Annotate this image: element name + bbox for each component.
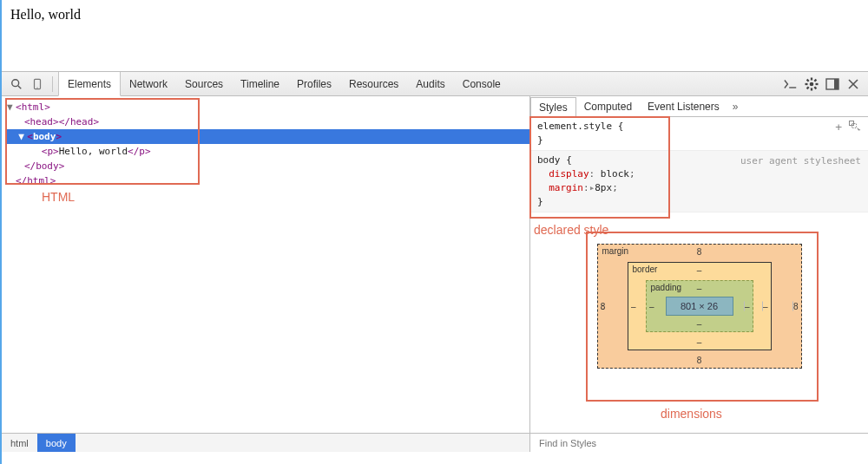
user-agent-stylesheet-label: user agent stylesheet [740,154,861,168]
panels: ▼<html> <head></head> ▼<body> <p>Hello, … [2,96,868,433]
dom-row-html-open[interactable]: ▼<html> [7,100,529,114]
box-model-content[interactable]: 801 × 26 [666,297,733,316]
close-icon[interactable] [844,75,863,94]
devtools-toolbar: Elements Network Sources Timeline Profil… [2,72,868,96]
padding-top[interactable]: – [697,284,702,293]
svg-line-13 [807,87,809,88]
margin-bottom[interactable]: 8 [697,356,702,365]
rule-element-style[interactable]: + element.style { } [530,117,868,151]
border-top[interactable]: – [697,265,702,275]
dom-row-body-open[interactable]: ▼<body> [7,129,529,144]
tab-audits[interactable]: Audits [407,72,453,95]
box-model-margin[interactable]: margin 8 8 8 8 border – – – – [597,244,802,369]
css-property[interactable]: display [549,168,589,180]
page-text: Hello, world [10,7,81,22]
content-dimensions: 801 × 26 [681,301,718,311]
disclosure-triangle-icon[interactable]: ▼ [7,100,16,114]
sidebar-tab-computed[interactable]: Computed [576,96,640,116]
box-model-border[interactable]: border – – – – padding – – – [628,262,772,350]
padding-label: padding [651,283,682,292]
dom-row-head[interactable]: <head></head> [7,114,529,129]
svg-point-5 [810,82,814,86]
tab-elements[interactable]: Elements [58,72,121,96]
svg-line-11 [814,87,816,88]
svg-rect-15 [834,79,838,89]
tab-profiles[interactable]: Profiles [288,72,340,95]
console-drawer-icon[interactable] [781,75,800,94]
border-label: border [633,265,658,274]
new-rule-plus-icon[interactable]: + [835,121,842,134]
sidebar-tabs-overflow-icon[interactable]: » [727,101,744,113]
dom-row-body-close[interactable]: </body> [7,159,529,173]
search-icon[interactable] [7,75,26,94]
padding-bottom[interactable]: – [697,319,702,329]
css-value[interactable]: 8px [595,182,612,193]
crumb-body[interactable]: body [37,434,76,452]
styles-pane: + element.style { } user agent styleshee… [530,117,868,212]
window: Hello, world Elements Network Sources Ti… [0,0,868,464]
css-value[interactable]: block [601,168,629,180]
tab-timeline[interactable]: Timeline [232,72,288,95]
main-tabs: Elements Network Sources Timeline Profil… [58,72,510,95]
toolbar-separator [52,76,53,92]
annotation-label-html: HTML [42,190,75,204]
settings-gear-icon[interactable] [802,75,821,94]
box-model[interactable]: margin 8 8 8 8 border – – – – [597,244,802,369]
sidebar-tab-eventlisteners[interactable]: Event Listeners [640,96,727,116]
border-bottom[interactable]: – [697,337,702,347]
toggle-states-icon[interactable] [849,121,861,134]
selector-text: element.style [537,121,612,132]
selector-text: body [537,154,561,166]
svg-line-10 [807,79,809,81]
page-body: Hello, world [2,0,868,71]
dom-row-html-close[interactable]: </html> [7,173,529,188]
device-toggle-icon[interactable] [28,75,47,94]
crumb-html[interactable]: html [2,434,37,452]
box-model-padding[interactable]: padding – – – – 801 × 26 [646,280,753,332]
devtools-panel: Elements Network Sources Timeline Profil… [2,71,868,452]
find-in-styles[interactable] [529,434,868,452]
dock-icon[interactable] [823,75,842,94]
margin-label: margin [602,246,629,256]
disclosure-triangle-icon[interactable]: ▼ [18,129,27,144]
dom-tree[interactable]: ▼<html> <head></head> ▼<body> <p>Hello, … [2,96,529,188]
svg-line-12 [814,79,816,81]
svg-line-1 [18,85,21,88]
sidebar-tabs: Styles Computed Event Listeners » [530,96,868,117]
box-model-pane: margin 8 8 8 8 border – – – – [530,212,868,433]
tab-sources[interactable]: Sources [176,72,232,95]
tab-console[interactable]: Console [454,72,510,95]
margin-top[interactable]: 8 [697,247,702,257]
css-property[interactable]: margin [549,182,583,193]
annotation-label-dimensions: dimensions [661,407,722,421]
svg-point-0 [12,79,19,86]
rule-body[interactable]: user agent stylesheet body { display: bl… [530,151,868,212]
tab-network[interactable]: Network [121,72,176,95]
bottom-bar: html body [2,433,868,452]
tab-resources[interactable]: Resources [340,72,407,95]
find-input[interactable] [537,437,861,449]
svg-point-3 [36,87,37,88]
sidebar-tab-styles[interactable]: Styles [530,97,576,117]
dom-row-p[interactable]: <p>Hello, world</p> [7,144,529,159]
breadcrumb: html body [2,434,529,452]
elements-tree-panel: ▼<html> <head></head> ▼<body> <p>Hello, … [2,96,529,433]
sidebar-panel: Styles Computed Event Listeners » + elem [529,96,868,433]
